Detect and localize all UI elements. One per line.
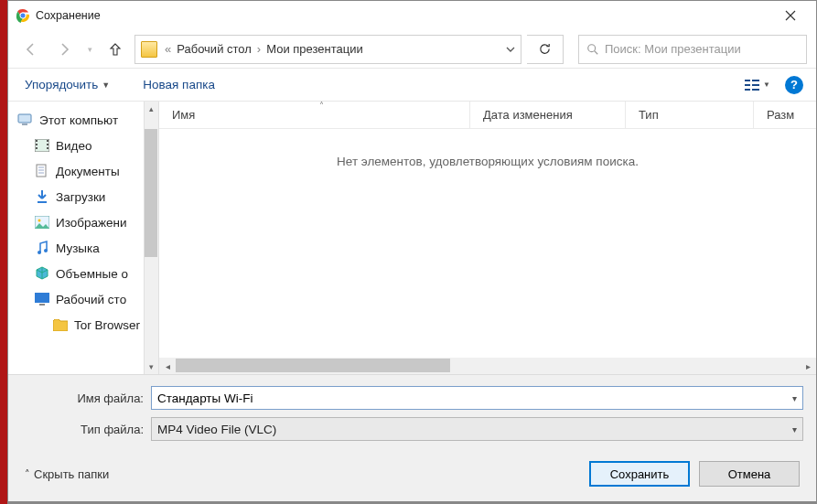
computer-icon	[17, 113, 34, 127]
search-box[interactable]	[578, 35, 807, 64]
up-button[interactable]	[102, 36, 129, 63]
svg-rect-7	[745, 89, 750, 91]
column-name[interactable]: Имя	[159, 102, 470, 128]
column-size[interactable]: Разм	[754, 102, 816, 128]
tree-downloads[interactable]: Загрузки	[8, 184, 158, 209]
horizontal-scrollbar[interactable]: ◂ ▸	[159, 358, 816, 374]
svg-rect-27	[35, 293, 49, 303]
filename-row: Имя файла: ▾	[21, 386, 803, 410]
organize-menu[interactable]: Упорядочить ▼	[8, 78, 126, 91]
window-title: Сохранение	[36, 9, 770, 22]
address-bar[interactable]: « Рабочий стол › Мои презентации	[134, 35, 521, 64]
tree-label: Этот компьют	[39, 113, 118, 127]
scroll-thumb[interactable]	[176, 359, 450, 372]
scroll-left-icon[interactable]: ◂	[159, 358, 176, 374]
filename-input[interactable]	[157, 391, 797, 405]
svg-rect-12	[22, 123, 27, 125]
svg-rect-10	[752, 89, 759, 91]
hide-folders-toggle[interactable]: ˄ Скрыть папки	[25, 467, 109, 481]
tree-label: Tor Browser	[74, 318, 140, 332]
toolbar: Упорядочить ▼ Новая папка ▼ ?	[8, 69, 816, 102]
cancel-button[interactable]: Отмена	[699, 461, 800, 487]
address-expand-icon[interactable]	[506, 45, 515, 54]
breadcrumb-1[interactable]: Рабочий стол	[173, 42, 255, 56]
nav-row: ▾ « Рабочий стол › Мои презентации	[8, 30, 816, 69]
tree-pictures[interactable]: Изображени	[8, 209, 158, 235]
chevron-down-icon: ▼	[763, 80, 770, 89]
svg-rect-16	[36, 144, 38, 145]
chevron-down-icon[interactable]: ▾	[792, 424, 797, 434]
sort-indicator-icon: ˄	[319, 101, 324, 111]
scroll-right-icon[interactable]: ▸	[800, 358, 816, 374]
recent-dropdown[interactable]: ▾	[83, 36, 96, 63]
tree-label: Объемные о	[56, 267, 128, 281]
tree-label: Документы	[56, 165, 120, 178]
tree-label: Музыка	[56, 241, 100, 255]
save-dialog: Сохранение ▾ « Рабочий стол › Мои презен…	[7, 0, 817, 502]
video-icon	[34, 138, 50, 153]
new-folder-button[interactable]: Новая папка	[126, 78, 231, 91]
svg-rect-8	[752, 80, 759, 81]
scroll-up-icon[interactable]: ▴	[144, 102, 158, 116]
scroll-thumb[interactable]	[145, 129, 157, 257]
svg-rect-6	[745, 84, 750, 86]
svg-point-4	[588, 44, 596, 51]
music-icon	[34, 241, 50, 255]
new-folder-label: Новая папка	[143, 78, 215, 91]
help-button[interactable]: ?	[785, 76, 803, 94]
pictures-icon	[34, 215, 50, 230]
filetype-value: MP4 Video File (VLC)	[157, 423, 276, 436]
column-headers: ˄ Имя Дата изменения Тип Разм	[159, 102, 816, 129]
hide-folders-label: Скрыть папки	[34, 467, 109, 481]
filetype-select[interactable]: MP4 Video File (VLC) ▾	[151, 417, 803, 441]
tree-tor-folder[interactable]: Tor Browser	[8, 312, 158, 338]
background-strip	[0, 0, 7, 504]
downloads-icon	[34, 189, 50, 204]
svg-rect-5	[745, 80, 750, 81]
form-area: Имя файла: ▾ Тип файла: MP4 Video File (…	[8, 374, 816, 501]
tree-documents[interactable]: Документы	[8, 158, 158, 184]
chevron-up-icon: ˄	[25, 468, 30, 480]
svg-rect-11	[18, 114, 31, 123]
filename-field[interactable]: ▾	[151, 386, 803, 410]
svg-point-26	[44, 249, 48, 252]
svg-rect-20	[47, 147, 48, 149]
svg-point-24	[38, 220, 41, 222]
column-date[interactable]: Дата изменения	[470, 102, 626, 128]
folder-icon	[52, 317, 69, 332]
refresh-button[interactable]	[527, 35, 564, 64]
filetype-label: Тип файла:	[21, 423, 151, 436]
view-mode-button[interactable]: ▼	[737, 79, 778, 91]
tree-3d-objects[interactable]: Объемные о	[8, 261, 158, 286]
tree-label: Изображени	[56, 216, 127, 230]
tree-music[interactable]: Музыка	[8, 235, 158, 261]
empty-list-message: Нет элементов, удовлетворяющих условиям …	[159, 129, 816, 358]
chevron-down-icon[interactable]: ▾	[792, 393, 797, 403]
svg-rect-17	[36, 147, 38, 149]
file-list-pane: ˄ Имя Дата изменения Тип Разм Нет элемен…	[159, 102, 816, 374]
svg-rect-15	[36, 140, 38, 142]
filename-label: Имя файла:	[21, 391, 151, 405]
desktop-icon	[34, 292, 50, 306]
svg-rect-22	[38, 201, 47, 203]
tree-label: Видео	[56, 139, 91, 153]
tree-video[interactable]: Видео	[8, 133, 158, 158]
documents-icon	[34, 164, 50, 178]
tree-this-pc[interactable]: Этот компьют	[8, 107, 158, 133]
svg-rect-28	[39, 304, 45, 306]
tree-scrollbar[interactable]: ▴ ▾	[144, 102, 158, 374]
scroll-down-icon[interactable]: ▾	[144, 359, 158, 374]
cube-icon	[34, 266, 50, 281]
nav-tree: Этот компьют Видео Документы Загрузки Из…	[8, 102, 159, 374]
search-input[interactable]	[605, 42, 799, 56]
dialog-body: Этот компьют Видео Документы Загрузки Из…	[8, 102, 816, 374]
column-type[interactable]: Тип	[626, 102, 754, 128]
breadcrumb-2[interactable]: Мои презентации	[263, 42, 367, 56]
close-button[interactable]	[770, 1, 811, 30]
chevron-right-icon: ›	[255, 42, 263, 56]
back-button[interactable]	[17, 36, 45, 63]
save-button[interactable]: Сохранить	[589, 461, 690, 487]
tree-desktop[interactable]: Рабочий сто	[8, 286, 158, 312]
forward-button[interactable]	[50, 36, 78, 63]
organize-label: Упорядочить	[25, 78, 98, 91]
